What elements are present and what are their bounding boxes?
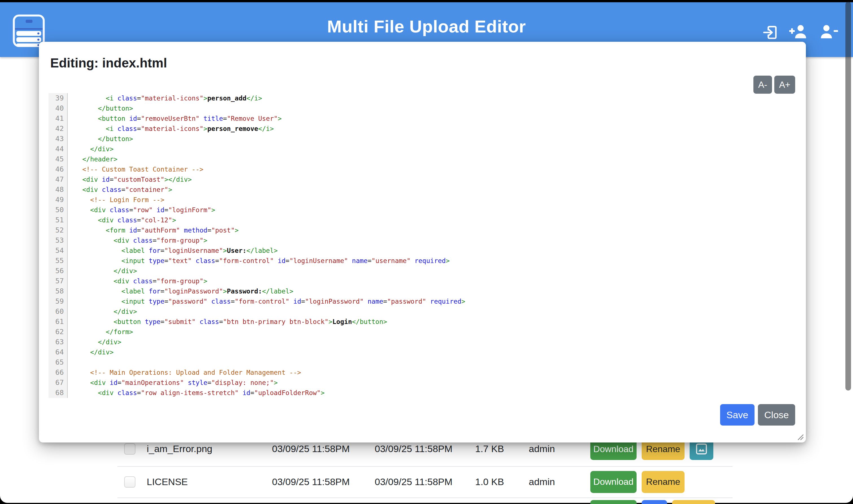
code-editor[interactable]: 39 <i class="material-icons">person_add<… bbox=[49, 93, 796, 398]
code-line: 59 <input type="password" class="form-co… bbox=[49, 296, 796, 306]
page-scrollbar-thumb[interactable] bbox=[846, 2, 851, 391]
line-number: 60 bbox=[49, 306, 68, 317]
line-number: 63 bbox=[49, 337, 68, 347]
file-owner: admin bbox=[529, 476, 555, 487]
modal-resize-handle[interactable] bbox=[796, 433, 804, 440]
line-number: 48 bbox=[49, 184, 68, 195]
line-number: 56 bbox=[49, 266, 68, 276]
modified-date: 03/09/25 11:58PM bbox=[272, 443, 350, 454]
login-icon[interactable] bbox=[762, 24, 778, 42]
code-line-text: <input type="password" class="form-contr… bbox=[68, 296, 465, 306]
person-remove-icon[interactable] bbox=[819, 24, 838, 40]
code-line-text: <i class="material-icons">person_add</i> bbox=[68, 93, 262, 103]
code-line: 47 <div id="customToast"></div> bbox=[49, 175, 796, 184]
font-decrease-button[interactable]: A- bbox=[754, 76, 772, 94]
code-line: 51 <div class="col-12"> bbox=[49, 215, 796, 225]
file-name: i_am_Error.png bbox=[147, 443, 212, 454]
line-number: 46 bbox=[49, 164, 68, 175]
line-number: 57 bbox=[49, 276, 68, 286]
code-line-text: </div> bbox=[68, 347, 113, 357]
code-line: 63 </div> bbox=[49, 337, 796, 347]
code-line-text: <div class="col-12"> bbox=[68, 215, 176, 225]
code-line-text: <button id="removeUserBtn" title="Remove… bbox=[68, 113, 282, 124]
code-line: 39 <i class="material-icons">person_add<… bbox=[49, 93, 796, 103]
line-number: 44 bbox=[49, 144, 68, 154]
app-title: Multi File Upload Editor bbox=[0, 16, 853, 36]
code-line-text: <div id="mainOperations" style="display:… bbox=[68, 378, 278, 388]
line-number: 68 bbox=[49, 388, 68, 398]
row-actions: DownloadRename bbox=[590, 500, 715, 504]
code-line: 46 <!-- Custom Toast Container --> bbox=[49, 164, 796, 175]
line-number: 51 bbox=[49, 215, 68, 225]
close-button[interactable]: Close bbox=[758, 404, 795, 426]
code-line: 61 <button type="submit" class="btn btn-… bbox=[49, 317, 796, 327]
modal-title: Editing: index.html bbox=[50, 55, 167, 71]
line-number: 66 bbox=[49, 367, 68, 378]
code-line-text: <div class="form-group"> bbox=[68, 235, 207, 246]
line-number: 42 bbox=[49, 124, 68, 134]
table-row: LICENSE03/09/25 11:58PM03/09/25 11:58PM1… bbox=[117, 466, 732, 498]
code-line: 50 <div class="row" id="loginForm"> bbox=[49, 205, 796, 215]
code-line-text bbox=[68, 357, 74, 367]
code-line: 57 <div class="form-group"> bbox=[49, 276, 796, 286]
font-increase-button[interactable]: A+ bbox=[774, 76, 795, 94]
line-number: 61 bbox=[49, 317, 68, 327]
code-line-text: </button> bbox=[68, 103, 133, 113]
person-add-icon[interactable] bbox=[789, 24, 807, 40]
code-line: 62 </form> bbox=[49, 327, 796, 337]
line-number: 41 bbox=[49, 113, 68, 124]
code-line: 60 </div> bbox=[49, 306, 796, 317]
edit-button[interactable] bbox=[642, 500, 667, 504]
line-number: 45 bbox=[49, 154, 68, 164]
download-button[interactable]: Download bbox=[590, 471, 637, 493]
download-button[interactable]: Download bbox=[590, 500, 637, 504]
code-line-text: <label for="loginPassword">Password:</la… bbox=[68, 286, 293, 296]
code-line: 40 </button> bbox=[49, 103, 796, 113]
code-line-text: </form> bbox=[68, 327, 133, 337]
save-button[interactable]: Save bbox=[720, 404, 755, 426]
line-number: 65 bbox=[49, 357, 68, 367]
code-line: 68 <div class="row align-items-stretch" … bbox=[49, 388, 796, 398]
row-checkbox[interactable] bbox=[124, 476, 135, 488]
line-number: 53 bbox=[49, 235, 68, 246]
code-line: 67 <div id="mainOperations" style="displ… bbox=[49, 378, 796, 388]
edit-file-modal: Editing: index.html A- A+ 39 <i class="m… bbox=[39, 42, 806, 443]
code-line: 55 <input type="text" class="form-contro… bbox=[49, 256, 796, 266]
code-line-text: <div class="row" id="loginForm"> bbox=[68, 205, 215, 215]
rename-button[interactable]: Rename bbox=[642, 471, 685, 493]
code-line-text: <label for="loginUsername">User:</label> bbox=[68, 246, 278, 256]
code-line-text: <div id="customToast"></div> bbox=[68, 175, 192, 184]
code-line-text: <!-- Login Form --> bbox=[68, 195, 164, 205]
code-line: 53 <div class="form-group"> bbox=[49, 235, 796, 246]
row-checkbox[interactable] bbox=[124, 443, 135, 455]
code-line-text: <i class="material-icons">person_remove<… bbox=[68, 124, 274, 134]
code-line: 41 <button id="removeUserBtn" title="Rem… bbox=[49, 113, 796, 124]
code-line-text: <button type="submit" class="btn btn-pri… bbox=[68, 317, 387, 327]
file-name: LICENSE bbox=[147, 476, 188, 487]
line-number: 49 bbox=[49, 195, 68, 205]
code-line: 49 <!-- Login Form --> bbox=[49, 195, 796, 205]
code-line: 64 </div> bbox=[49, 347, 796, 357]
code-line: 45 </header> bbox=[49, 154, 796, 164]
code-line-text: <div class="form-group"> bbox=[68, 276, 207, 286]
code-line-text: <!-- Main Operations: Upload and Folder … bbox=[68, 367, 301, 378]
code-line-text: </div> bbox=[68, 144, 113, 154]
line-number: 64 bbox=[49, 347, 68, 357]
code-line: 52 <form id="authForm" method="post"> bbox=[49, 225, 796, 235]
code-line-text: </div> bbox=[68, 266, 137, 276]
file-size: 1.7 KB bbox=[475, 443, 504, 454]
code-line: 54 <label for="loginUsername">User:</lab… bbox=[49, 246, 796, 256]
line-number: 40 bbox=[49, 103, 68, 113]
created-date: 03/09/25 11:58PM bbox=[375, 476, 452, 487]
line-number: 58 bbox=[49, 286, 68, 296]
code-line: 66 <!-- Main Operations: Upload and Fold… bbox=[49, 367, 796, 378]
code-line-text: <input type="text" class="form-control" … bbox=[68, 256, 450, 266]
code-line: 48 <div class="container"> bbox=[49, 184, 796, 195]
code-line: 42 <i class="material-icons">person_remo… bbox=[49, 124, 796, 134]
created-date: 03/09/25 11:58PM bbox=[375, 443, 452, 454]
code-line: 58 <label for="loginPassword">Password:<… bbox=[49, 286, 796, 296]
file-size: 1.0 KB bbox=[475, 476, 504, 487]
rename-button[interactable]: Rename bbox=[672, 500, 715, 504]
line-number: 39 bbox=[49, 93, 68, 103]
table-row: README.md03/10/25 12:56AM03/09/25 11:58P… bbox=[117, 498, 732, 504]
